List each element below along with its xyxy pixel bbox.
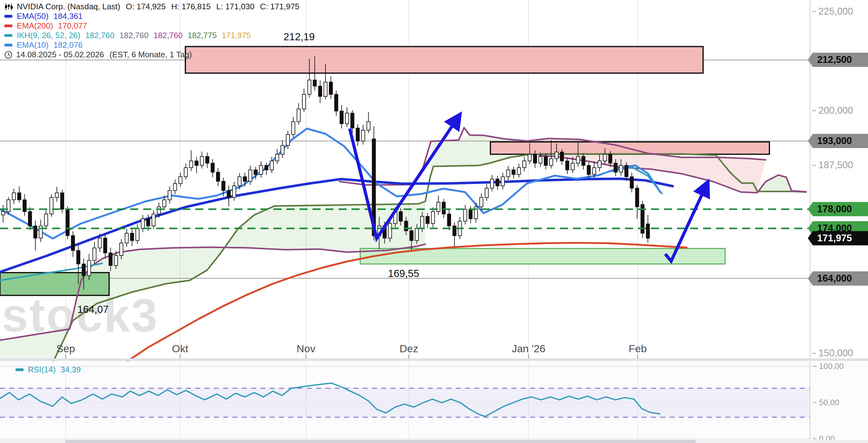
candle-body[interactable] xyxy=(351,113,354,128)
candle-body[interactable] xyxy=(544,157,548,165)
candle-body[interactable] xyxy=(243,177,247,181)
candle-body[interactable] xyxy=(173,184,177,191)
date-range-row[interactable]: 14.08.2025 - 05.02.2026 (EST, 6 Monate, … xyxy=(4,50,300,60)
candle-body[interactable] xyxy=(340,111,343,124)
candle-body[interactable] xyxy=(453,226,456,235)
candle-body[interactable] xyxy=(109,253,112,266)
candle-body[interactable] xyxy=(576,157,580,163)
candle-body[interactable] xyxy=(55,193,59,197)
candle-body[interactable] xyxy=(254,170,257,174)
candle-body[interactable] xyxy=(598,161,601,168)
candle-body[interactable] xyxy=(512,170,515,174)
candle-body[interactable] xyxy=(345,113,349,124)
candle-body[interactable] xyxy=(410,231,413,241)
candle-body[interactable] xyxy=(18,193,21,200)
candle-body[interactable] xyxy=(469,209,472,219)
candle-body[interactable] xyxy=(76,250,80,264)
candle-body[interactable] xyxy=(302,95,306,109)
candle-body[interactable] xyxy=(82,264,86,276)
candle-body[interactable] xyxy=(463,209,467,221)
candle-body[interactable] xyxy=(259,165,263,174)
candle-body[interactable] xyxy=(571,163,575,170)
candle-body[interactable] xyxy=(539,157,542,163)
candle-body[interactable] xyxy=(136,228,139,240)
candle-body[interactable] xyxy=(356,128,360,141)
candle-body[interactable] xyxy=(560,152,564,161)
candle-body[interactable] xyxy=(265,165,268,170)
candle-body[interactable] xyxy=(426,216,429,224)
candle-body[interactable] xyxy=(286,134,289,145)
candle-body[interactable] xyxy=(227,191,230,198)
candle-body[interactable] xyxy=(367,122,370,130)
candle-body[interactable] xyxy=(238,177,241,186)
rsi-legend[interactable]: RSI(14) 34,39 xyxy=(16,365,81,375)
candle-body[interactable] xyxy=(313,80,316,86)
scrollbar-thumb[interactable] xyxy=(65,440,696,443)
candle-body[interactable] xyxy=(389,224,392,238)
candle-body[interactable] xyxy=(157,207,161,214)
candle-body[interactable] xyxy=(125,233,128,243)
candle-body[interactable] xyxy=(130,233,134,241)
candle-body[interactable] xyxy=(34,226,37,238)
candle-body[interactable] xyxy=(147,219,150,226)
candle-body[interactable] xyxy=(630,177,633,188)
candle-body[interactable] xyxy=(582,157,585,165)
candle-body[interactable] xyxy=(206,157,209,163)
candle-body[interactable] xyxy=(232,186,236,197)
candle-body[interactable] xyxy=(318,86,322,96)
candle-body[interactable] xyxy=(276,154,279,161)
candle-body[interactable] xyxy=(23,200,26,212)
candle-body[interactable] xyxy=(324,82,328,96)
candle-body[interactable] xyxy=(216,172,220,181)
candle-body[interactable] xyxy=(619,165,623,172)
candle-body[interactable] xyxy=(625,165,628,177)
candle-body[interactable] xyxy=(362,130,365,141)
candle-body[interactable] xyxy=(566,161,569,170)
candle-body[interactable] xyxy=(12,193,16,200)
candle-body[interactable] xyxy=(103,238,107,253)
candle-body[interactable] xyxy=(614,163,618,172)
candle-body[interactable] xyxy=(479,197,483,207)
candle-body[interactable] xyxy=(496,179,499,186)
candle-body[interactable] xyxy=(587,165,591,174)
candle-body[interactable] xyxy=(211,163,215,172)
candle-body[interactable] xyxy=(168,191,172,200)
indicator-row-ema50[interactable]: EMA(50) 184,361 xyxy=(4,11,300,21)
candle-body[interactable] xyxy=(603,154,607,161)
candle-body[interactable] xyxy=(60,193,64,209)
candle-body[interactable] xyxy=(297,109,300,122)
candle-body[interactable] xyxy=(335,95,338,111)
indicator-row-ema200[interactable]: EMA(200) 170,077 xyxy=(4,21,300,31)
candle-body[interactable] xyxy=(50,197,53,214)
candle-body[interactable] xyxy=(442,202,445,214)
candle-body[interactable] xyxy=(2,212,5,215)
support-lower-zone[interactable] xyxy=(0,273,109,295)
indicator-row-ema10[interactable]: EMA(10) 182,076 xyxy=(4,40,300,50)
candle-body[interactable] xyxy=(555,152,558,159)
candle-body[interactable] xyxy=(200,157,204,165)
candle-body[interactable] xyxy=(66,209,69,235)
candle-body[interactable] xyxy=(405,221,408,231)
candle-body[interactable] xyxy=(249,170,252,181)
candle-body[interactable] xyxy=(98,238,102,248)
candle-body[interactable] xyxy=(506,170,510,177)
candle-body[interactable] xyxy=(184,168,188,177)
candle-body[interactable] xyxy=(517,168,521,174)
candle-body[interactable] xyxy=(87,261,91,276)
candle-body[interactable] xyxy=(550,159,553,165)
candle-body[interactable] xyxy=(120,243,123,255)
panel-separator[interactable] xyxy=(0,359,868,361)
candle-body[interactable] xyxy=(152,214,155,226)
candle-body[interactable] xyxy=(437,202,440,212)
candle-body[interactable] xyxy=(28,212,32,226)
candle-body[interactable] xyxy=(485,188,489,197)
candle-body[interactable] xyxy=(636,188,639,207)
candle-body[interactable] xyxy=(179,177,182,183)
candle-body[interactable] xyxy=(329,82,333,95)
candle-body[interactable] xyxy=(415,228,418,240)
candle-body[interactable] xyxy=(447,214,451,226)
candle-body[interactable] xyxy=(646,224,650,238)
candle-body[interactable] xyxy=(163,200,166,207)
candle-body[interactable] xyxy=(431,212,435,224)
candle-body[interactable] xyxy=(523,161,526,168)
